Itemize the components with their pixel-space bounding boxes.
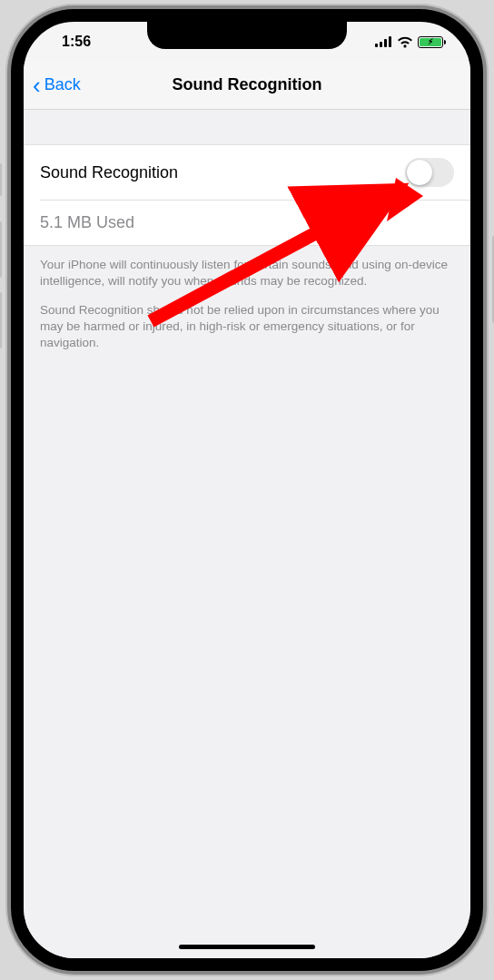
home-indicator[interactable] <box>179 945 315 949</box>
battery-charging-icon: ⚡︎ <box>428 38 433 46</box>
phone-frame: 1:56 ⚡︎ ‹ Back Sound Recognition Sound R… <box>11 9 483 971</box>
page-title: Sound Recognition <box>173 75 322 94</box>
navigation-bar: ‹ Back Sound Recognition <box>24 62 470 109</box>
volume-down-button <box>0 292 2 348</box>
sound-recognition-toggle[interactable] <box>405 158 454 187</box>
device-notch <box>147 22 347 49</box>
svg-rect-0 <box>375 44 378 47</box>
storage-used-label: 5.1 MB Used <box>40 213 134 232</box>
svg-rect-1 <box>380 42 382 47</box>
volume-up-button <box>0 221 2 278</box>
sound-recognition-label: Sound Recognition <box>40 163 178 182</box>
storage-used-row: 5.1 MB Used <box>24 201 470 246</box>
svg-rect-3 <box>389 36 391 47</box>
cellular-signal-icon <box>375 36 392 47</box>
toggle-knob <box>407 160 432 185</box>
footer-description: Your iPhone will continuously listen for… <box>24 246 470 352</box>
footer-paragraph-2: Sound Recognition should not be relied u… <box>40 302 454 352</box>
battery-icon: ⚡︎ <box>418 36 443 48</box>
wifi-icon <box>397 36 413 48</box>
svg-rect-2 <box>384 39 387 47</box>
footer-paragraph-1: Your iPhone will continuously listen for… <box>40 257 454 289</box>
mute-switch <box>0 163 2 196</box>
chevron-left-icon: ‹ <box>33 74 41 97</box>
back-button[interactable]: ‹ Back <box>24 74 81 97</box>
back-label: Back <box>44 75 81 94</box>
status-time: 1:56 <box>51 34 91 50</box>
content-area: Sound Recognition 5.1 MB Used Your iPhon… <box>24 110 470 959</box>
sound-recognition-row[interactable]: Sound Recognition <box>24 144 470 200</box>
